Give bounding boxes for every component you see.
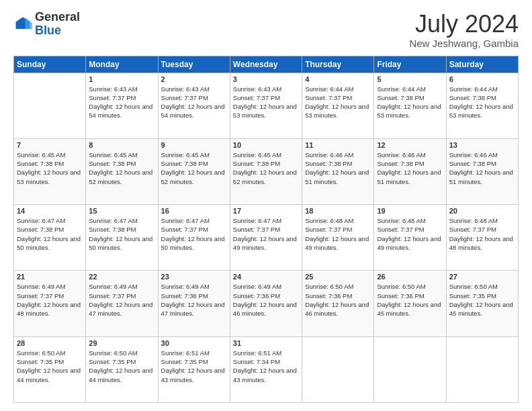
day-number: 8 <box>89 141 154 149</box>
sunset: Sunset: 7:38 PM <box>233 160 280 167</box>
sunset: Sunset: 7:37 PM <box>233 94 280 101</box>
sunset: Sunset: 7:36 PM <box>305 292 352 300</box>
sunrise: Sunrise: 6:48 AM <box>449 217 498 224</box>
day-info: Sunrise: 6:50 AM Sunset: 7:35 PM Dayligh… <box>17 349 83 384</box>
day-info: Sunrise: 6:48 AM Sunset: 7:37 PM Dayligh… <box>449 216 515 252</box>
daylight: Daylight: 12 hours and 43 minutes. <box>233 367 297 383</box>
sunrise: Sunrise: 6:44 AM <box>377 85 425 93</box>
sunset: Sunset: 7:38 PM <box>89 226 136 233</box>
day-info: Sunrise: 6:49 AM Sunset: 7:36 PM Dayligh… <box>161 282 227 318</box>
day-info: Sunrise: 6:44 AM Sunset: 7:38 PM Dayligh… <box>377 85 443 120</box>
logo: General Blue <box>13 11 80 38</box>
sunrise: Sunrise: 6:47 AM <box>161 217 210 224</box>
sunset: Sunset: 7:38 PM <box>449 160 496 167</box>
daylight: Daylight: 12 hours and 50 minutes. <box>161 235 225 251</box>
sunrise: Sunrise: 6:43 AM <box>161 85 210 93</box>
day-info: Sunrise: 6:47 AM Sunset: 7:38 PM Dayligh… <box>17 216 83 252</box>
day-info: Sunrise: 6:47 AM Sunset: 7:37 PM Dayligh… <box>233 216 299 252</box>
day-info: Sunrise: 6:49 AM Sunset: 7:36 PM Dayligh… <box>233 282 299 318</box>
calendar-cell: 30Sunrise: 6:51 AM Sunset: 7:35 PM Dayli… <box>158 336 230 402</box>
day-number: 17 <box>233 207 299 215</box>
calendar-cell: 17Sunrise: 6:47 AM Sunset: 7:37 PM Dayli… <box>230 205 302 271</box>
weekday-header: Sunday <box>14 56 86 73</box>
svg-marker-1 <box>26 17 33 29</box>
sunset: Sunset: 7:35 PM <box>89 358 136 365</box>
weekday-header: Saturday <box>446 56 518 73</box>
day-info: Sunrise: 6:50 AM Sunset: 7:35 PM Dayligh… <box>89 349 154 384</box>
sunset: Sunset: 7:36 PM <box>377 292 424 300</box>
logo-icon <box>13 15 32 34</box>
sunrise: Sunrise: 6:49 AM <box>17 283 65 290</box>
calendar-cell <box>14 73 86 138</box>
day-number: 12 <box>377 141 443 149</box>
calendar-cell: 6Sunrise: 6:44 AM Sunset: 7:38 PM Daylig… <box>446 73 518 138</box>
sunset: Sunset: 7:35 PM <box>17 358 64 365</box>
daylight: Daylight: 12 hours and 45 minutes. <box>377 301 441 317</box>
sunset: Sunset: 7:38 PM <box>17 160 64 167</box>
day-number: 10 <box>233 141 299 149</box>
location: New Jeshwang, Gambia <box>409 38 519 49</box>
calendar-cell: 28Sunrise: 6:50 AM Sunset: 7:35 PM Dayli… <box>14 336 86 402</box>
daylight: Daylight: 12 hours and 51 minutes. <box>377 169 441 185</box>
calendar-cell: 31Sunrise: 6:51 AM Sunset: 7:34 PM Dayli… <box>230 336 302 402</box>
day-info: Sunrise: 6:47 AM Sunset: 7:37 PM Dayligh… <box>161 216 227 252</box>
sunset: Sunset: 7:38 PM <box>17 226 64 233</box>
sunset: Sunset: 7:37 PM <box>377 226 424 233</box>
weekday-header: Wednesday <box>230 56 302 73</box>
sunset: Sunset: 7:37 PM <box>89 292 136 300</box>
day-number: 15 <box>89 207 154 215</box>
sunset: Sunset: 7:37 PM <box>161 94 208 101</box>
calendar-header: SundayMondayTuesdayWednesdayThursdayFrid… <box>14 56 519 73</box>
daylight: Daylight: 12 hours and 51 minutes. <box>449 169 513 185</box>
calendar-cell <box>374 336 446 402</box>
sunset: Sunset: 7:35 PM <box>449 292 496 300</box>
daylight: Daylight: 12 hours and 53 minutes. <box>233 103 297 119</box>
sunrise: Sunrise: 6:49 AM <box>233 283 281 290</box>
daylight: Daylight: 12 hours and 52 minutes. <box>233 169 297 185</box>
calendar-cell: 14Sunrise: 6:47 AM Sunset: 7:38 PM Dayli… <box>14 205 86 271</box>
sunrise: Sunrise: 6:50 AM <box>89 349 137 357</box>
day-info: Sunrise: 6:45 AM Sunset: 7:38 PM Dayligh… <box>161 150 227 186</box>
day-info: Sunrise: 6:49 AM Sunset: 7:37 PM Dayligh… <box>17 282 83 318</box>
day-info: Sunrise: 6:51 AM Sunset: 7:34 PM Dayligh… <box>233 349 299 384</box>
day-number: 25 <box>305 273 371 281</box>
weekday-header: Monday <box>86 56 158 73</box>
sunrise: Sunrise: 6:45 AM <box>17 151 65 158</box>
weekday-header: Friday <box>374 56 446 73</box>
day-number: 30 <box>161 339 227 347</box>
calendar-cell: 2Sunrise: 6:43 AM Sunset: 7:37 PM Daylig… <box>158 73 230 138</box>
daylight: Daylight: 12 hours and 53 minutes. <box>305 103 369 119</box>
day-info: Sunrise: 6:44 AM Sunset: 7:37 PM Dayligh… <box>305 85 371 120</box>
day-number: 24 <box>233 273 299 281</box>
calendar-week: 1Sunrise: 6:43 AM Sunset: 7:37 PM Daylig… <box>14 73 519 138</box>
daylight: Daylight: 12 hours and 54 minutes. <box>89 103 152 119</box>
sunset: Sunset: 7:38 PM <box>161 160 208 167</box>
day-number: 5 <box>377 75 443 83</box>
sunrise: Sunrise: 6:46 AM <box>305 151 353 158</box>
day-number: 27 <box>449 273 515 281</box>
sunrise: Sunrise: 6:50 AM <box>17 349 65 357</box>
sunrise: Sunrise: 6:50 AM <box>377 283 425 290</box>
daylight: Daylight: 12 hours and 46 minutes. <box>305 301 369 317</box>
day-info: Sunrise: 6:46 AM Sunset: 7:38 PM Dayligh… <box>305 150 371 186</box>
daylight: Daylight: 12 hours and 50 minutes. <box>89 235 152 251</box>
calendar-cell: 13Sunrise: 6:46 AM Sunset: 7:38 PM Dayli… <box>446 138 518 204</box>
day-number: 13 <box>449 141 515 149</box>
sunset: Sunset: 7:37 PM <box>449 226 496 233</box>
day-number: 23 <box>161 273 227 281</box>
sunset: Sunset: 7:37 PM <box>233 226 280 233</box>
logo-text: General Blue <box>35 11 80 38</box>
sunset: Sunset: 7:37 PM <box>305 94 352 101</box>
day-number: 28 <box>17 339 83 347</box>
sunset: Sunset: 7:34 PM <box>233 358 280 365</box>
header: General Blue July 2024 New Jeshwang, Gam… <box>13 11 519 49</box>
sunrise: Sunrise: 6:47 AM <box>89 217 137 224</box>
day-info: Sunrise: 6:43 AM Sunset: 7:37 PM Dayligh… <box>161 85 227 120</box>
day-info: Sunrise: 6:51 AM Sunset: 7:35 PM Dayligh… <box>161 349 227 384</box>
calendar-cell: 25Sunrise: 6:50 AM Sunset: 7:36 PM Dayli… <box>302 271 374 336</box>
day-info: Sunrise: 6:43 AM Sunset: 7:37 PM Dayligh… <box>233 85 299 120</box>
calendar-cell <box>446 336 518 402</box>
sunset: Sunset: 7:38 PM <box>377 160 424 167</box>
sunset: Sunset: 7:38 PM <box>305 160 352 167</box>
day-number: 16 <box>161 207 227 215</box>
